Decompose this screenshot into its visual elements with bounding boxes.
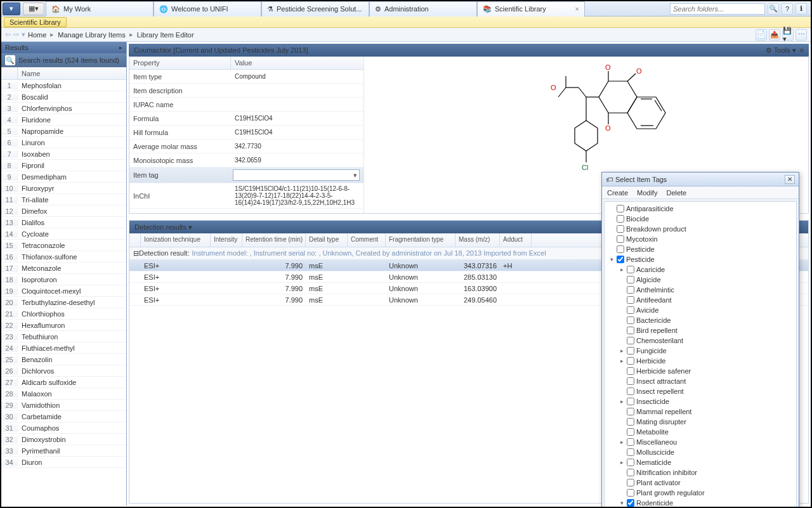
result-row[interactable]: 12Dimefox — [1, 205, 126, 217]
result-row[interactable]: 25Benazolin — [1, 354, 126, 365]
detection-col[interactable]: Adduct — [500, 233, 532, 247]
tree-node[interactable]: ▾Rodenticide — [605, 498, 796, 508]
toolbar-icon-1[interactable]: 📄 — [756, 29, 767, 41]
result-row[interactable]: 21Chlorthiophos — [1, 308, 126, 320]
tree-checkbox[interactable] — [617, 235, 624, 243]
toolbar-icon-3[interactable]: ⋯ — [796, 29, 807, 41]
result-row[interactable]: 28Malaoxon — [1, 388, 126, 400]
tree-node[interactable]: Insect repellent — [605, 386, 796, 396]
result-row[interactable]: 24Fluthiacet-methyl — [1, 342, 126, 354]
detection-col[interactable]: Mass (m/z) — [455, 233, 500, 247]
tree-node[interactable]: ▸Miscellaneou — [605, 437, 796, 447]
tab-my-work[interactable]: 🏠My Work — [46, 1, 154, 16]
tree-node[interactable]: ▸Acaricide — [605, 264, 796, 275]
tree-node[interactable]: Mating disrupter — [605, 417, 796, 427]
close-icon[interactable]: × — [575, 5, 579, 13]
tree-checkbox[interactable] — [627, 316, 634, 324]
tree-twisty-icon[interactable]: ▸ — [619, 459, 625, 466]
tree-checkbox[interactable] — [627, 286, 634, 294]
tree-checkbox[interactable] — [627, 377, 634, 385]
result-row[interactable]: 4Fluridone — [1, 114, 126, 126]
modify-link[interactable]: Modify — [637, 189, 657, 197]
tree-checkbox[interactable] — [627, 347, 634, 355]
result-row[interactable]: 18Isoproturon — [1, 274, 126, 285]
tree-checkbox[interactable] — [627, 266, 634, 273]
tree-node[interactable]: Anthelmintic — [605, 285, 796, 295]
crumb-manage[interactable]: Manage Library Items — [58, 31, 125, 39]
tree-node[interactable]: Plant growth regulator — [605, 488, 796, 498]
tree-checkbox[interactable] — [627, 428, 634, 436]
tree-twisty-icon[interactable]: ▸ — [619, 348, 625, 354]
create-link[interactable]: Create — [607, 189, 628, 197]
dialog-close-button[interactable]: ✕ — [785, 175, 795, 184]
tree-node[interactable]: Pesticide — [605, 244, 796, 254]
tree-node[interactable]: ▸Herbicide — [605, 356, 796, 366]
tree-node[interactable]: Breakdown product — [605, 224, 796, 234]
result-row[interactable]: 34Diuron — [1, 457, 126, 468]
tree-node[interactable]: Molluscicide — [605, 447, 796, 457]
tree-twisty-icon[interactable]: ▸ — [619, 439, 625, 445]
tree-node[interactable]: Mammal repellent — [605, 407, 796, 417]
detection-col[interactable]: Retention time (min) — [242, 233, 306, 247]
tree-checkbox[interactable] — [627, 479, 634, 486]
tree-checkbox[interactable] — [627, 489, 634, 497]
tree-checkbox[interactable] — [627, 367, 634, 375]
tree-checkbox[interactable] — [627, 327, 634, 334]
tree-checkbox[interactable] — [627, 306, 634, 314]
tab-admin[interactable]: ⚙Administration — [369, 1, 477, 16]
tree-checkbox[interactable] — [627, 357, 634, 365]
tree-checkbox[interactable] — [627, 459, 634, 466]
results-col-name[interactable]: Name — [18, 70, 44, 77]
result-row[interactable]: 31Coumaphos — [1, 422, 126, 434]
result-row[interactable]: 6Linuron — [1, 137, 126, 148]
tab-welcome[interactable]: 🌐Welcome to UNIFI — [154, 1, 261, 16]
results-list[interactable]: Name 1Mephosfolan2Boscalid3Chlorfenvinph… — [1, 67, 126, 505]
result-row[interactable]: 9Desmedipham — [1, 171, 126, 183]
result-row[interactable]: 17Metconazole — [1, 263, 126, 274]
crumb-editor[interactable]: Library Item Editor — [137, 31, 194, 39]
tree-checkbox[interactable] — [617, 256, 624, 263]
tree-node[interactable]: Avicide — [605, 305, 796, 315]
tree-twisty-icon[interactable]: ▾ — [608, 256, 615, 263]
info-button[interactable]: ℹ — [796, 3, 807, 15]
tools-menu[interactable]: ⚙ Tools ▾ — [766, 46, 796, 55]
result-row[interactable]: 3Chlorfenvinphos — [1, 103, 126, 114]
result-row[interactable]: 32Dimoxystrobin — [1, 434, 126, 445]
result-row[interactable]: 14Cycloate — [1, 228, 126, 240]
result-row[interactable]: 20Terbuthylazine-desethyl — [1, 297, 126, 308]
delete-link[interactable]: Delete — [666, 189, 686, 197]
tree-checkbox[interactable] — [627, 438, 634, 446]
col-value[interactable]: Value — [231, 57, 256, 69]
tree-checkbox[interactable] — [627, 296, 634, 304]
result-row[interactable]: 8Fipronil — [1, 160, 126, 171]
result-row[interactable]: 11Tri-allate — [1, 194, 126, 205]
result-row[interactable]: 33Pyrimethanil — [1, 445, 126, 457]
tree-node[interactable]: Biocide — [605, 214, 796, 224]
tree-twisty-icon[interactable]: ▾ — [619, 500, 625, 506]
save-button[interactable]: 💾▾ — [782, 29, 794, 41]
tree-node[interactable]: ▸Nematicide — [605, 457, 796, 467]
result-row[interactable]: 13Dialifos — [1, 217, 126, 228]
tree-checkbox[interactable] — [617, 245, 624, 253]
tree-twisty-icon[interactable]: ▸ — [619, 358, 625, 364]
detection-col[interactable]: Fragmentation type — [386, 233, 455, 247]
item-tag-dropdown[interactable]: ▾ — [233, 169, 360, 181]
help-button[interactable]: ? — [782, 3, 793, 15]
tree-node[interactable]: Nitrification inhibitor — [605, 467, 796, 478]
detection-col[interactable]: Comment — [348, 233, 386, 247]
tree-twisty-icon[interactable]: ▸ — [619, 398, 625, 405]
result-row[interactable]: 1Mephosfolan — [1, 80, 126, 91]
panel-menu-icon[interactable]: ≡ — [800, 46, 804, 54]
tree-checkbox[interactable] — [627, 418, 634, 426]
detection-col[interactable]: Detail type — [306, 233, 348, 247]
tree-node[interactable]: ▾Pesticide — [605, 254, 796, 264]
tree-node[interactable]: Bird repellent — [605, 325, 796, 335]
result-row[interactable]: 19Cloquintocet-mexyl — [1, 285, 126, 297]
tree-node[interactable]: ▸Fungicide — [605, 346, 796, 356]
tree-checkbox[interactable] — [627, 448, 634, 456]
view-grid-button[interactable]: ▦▾ — [23, 3, 44, 15]
tree-checkbox[interactable] — [617, 205, 624, 212]
tree-node[interactable]: Chemosterilant — [605, 335, 796, 346]
result-row[interactable]: 15Tetraconazole — [1, 240, 126, 251]
tree-node[interactable]: Antifeedant — [605, 295, 796, 305]
